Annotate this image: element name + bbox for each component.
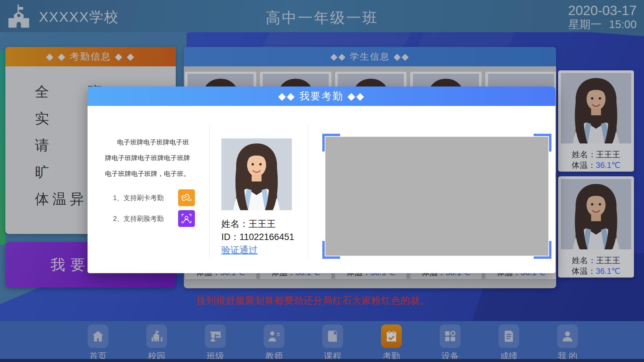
name-label: 姓名： [221,219,249,229]
camera-corner-bracket [534,134,551,152]
card-swipe-icon [178,189,195,206]
id-value: 11022166451 [239,232,294,242]
verify-status-link[interactable]: 验证通过 [221,244,294,257]
modal-description: 电子班牌电子班牌电子班牌电子班牌电子班牌电子班牌电子班牌电子班牌，电子班。 [105,134,194,182]
app-screen: XXXXX学校 高中一年级一班 2020-03-17 星期一15:00 ◆ ◆ … [0,0,644,362]
modal-title: ◆◆ 我要考勤 ◆◆ [88,86,555,106]
verified-student-info: 姓名：王王王 ID：11022166451 验证通过 [221,218,294,257]
camera-corner-bracket [534,241,551,259]
feature-label: 1、支持刷卡考勤 [113,193,169,202]
face-scan-icon [178,210,195,227]
id-label: ID： [221,232,239,242]
verified-student-photo [221,138,292,210]
modal-body: 电子班牌电子班牌电子班牌电子班牌电子班牌电子班牌电子班牌电子班牌，电子班。 1、… [88,106,555,273]
camera-corner-bracket [322,241,340,259]
divider [209,124,210,258]
feature-card-attendance: 1、支持刷卡考勤 [113,189,195,206]
feature-label: 2、支持刷脸考勤 [113,214,169,223]
camera-corner-bracket [322,134,340,152]
feature-face-attendance: 2、支持刷脸考勤 [113,210,195,227]
student-id-line: ID：11022166451 [221,231,294,244]
divider [308,124,308,258]
student-name-line: 姓名：王王王 [221,218,294,231]
camera-preview [325,137,548,256]
attendance-modal: ◆◆ 我要考勤 ◆◆ 电子班牌电子班牌电子班牌电子班牌电子班牌电子班牌电子班牌电… [88,86,555,273]
name-value: 王王王 [249,219,276,229]
